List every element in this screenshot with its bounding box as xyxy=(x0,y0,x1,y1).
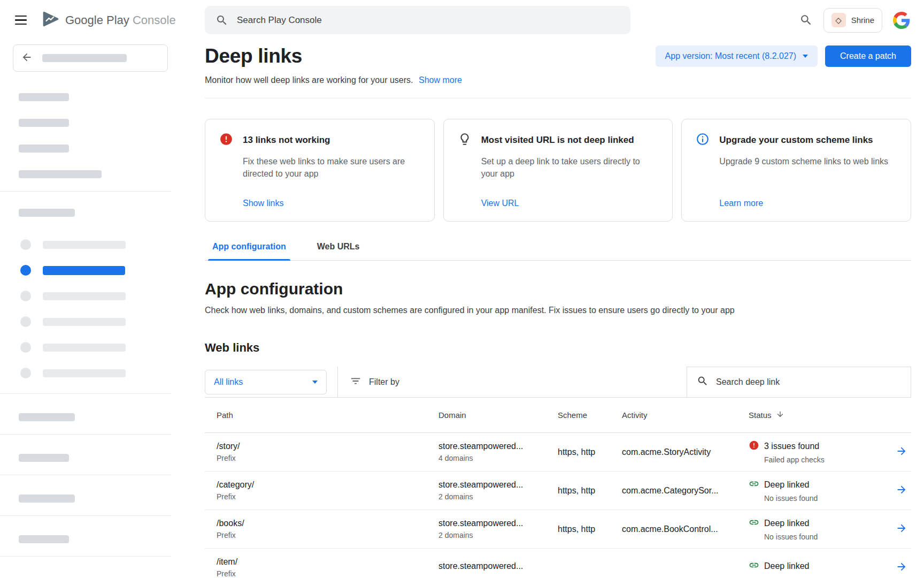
nav-item[interactable] xyxy=(0,368,171,378)
open-row-icon[interactable] xyxy=(896,561,907,575)
page-title: Deep links xyxy=(205,44,302,68)
path-type: Prefix xyxy=(217,492,438,501)
domain-count: 2 domains xyxy=(438,531,558,539)
sidebar-divider xyxy=(0,556,171,557)
path-value: /item/ xyxy=(217,557,438,567)
skeleton-bar xyxy=(43,369,126,377)
show-links-link[interactable]: Show links xyxy=(243,199,420,208)
column-status-label: Status xyxy=(749,410,772,420)
view-url-link[interactable]: View URL xyxy=(481,199,659,208)
nav-item[interactable] xyxy=(0,291,171,301)
show-more-link[interactable]: Show more xyxy=(419,75,462,85)
domain-value: store.steampowered... xyxy=(438,480,558,490)
chevron-down-icon xyxy=(803,55,808,58)
nav-icon-placeholder xyxy=(20,342,31,353)
global-search-input[interactable] xyxy=(237,15,620,26)
filter-by-button[interactable]: Filter by xyxy=(350,375,399,389)
skeleton-bar xyxy=(19,535,69,543)
path-type: Prefix xyxy=(217,531,438,539)
status-value: Deep linked xyxy=(764,480,810,490)
skeleton-group xyxy=(19,93,171,178)
divider xyxy=(205,98,911,98)
nav-item[interactable] xyxy=(0,316,171,327)
skeleton-bar xyxy=(19,170,102,178)
menu-icon[interactable] xyxy=(15,16,27,25)
scheme-value: https, http xyxy=(558,447,622,457)
sidebar-divider xyxy=(0,191,171,192)
deep-link-search[interactable] xyxy=(687,367,911,398)
back-button[interactable] xyxy=(13,44,168,72)
status-detail: No issues found xyxy=(764,494,891,503)
section-description: Check how web links, domains, and custom… xyxy=(205,306,911,315)
table-row[interactable]: /books/Prefix store.steampowered...2 dom… xyxy=(205,510,911,549)
nav-item-selected[interactable] xyxy=(0,265,171,276)
skeleton-bar xyxy=(19,144,69,153)
links-filter-select[interactable]: All links xyxy=(205,370,327,394)
nav-icon-placeholder xyxy=(20,239,31,250)
skeleton-bar xyxy=(43,241,126,249)
nav-icon-placeholder xyxy=(20,316,31,327)
nav-icon-placeholder xyxy=(20,265,31,276)
insight-cards: 13 links not working Fix these web links… xyxy=(205,119,911,222)
skeleton-bar xyxy=(19,413,75,421)
skeleton-bar xyxy=(19,495,75,503)
activity-value: com.acme.BookControl... xyxy=(622,524,749,534)
open-row-icon[interactable] xyxy=(896,484,907,498)
lightbulb-icon xyxy=(458,132,472,148)
nav-item[interactable] xyxy=(0,239,171,250)
topbar-left: Google Play Console xyxy=(0,11,205,29)
table-row[interactable]: /item/Prefix store.steampowered... Deep … xyxy=(205,549,911,578)
global-search[interactable] xyxy=(205,6,630,34)
sidebar-navigation xyxy=(0,40,171,578)
table-header-row: Path Domain Scheme Activity Status xyxy=(205,398,911,433)
table-row[interactable]: /story/Prefix store.steampowered...4 dom… xyxy=(205,433,911,471)
path-value: /books/ xyxy=(217,519,438,528)
column-status[interactable]: Status xyxy=(749,410,891,420)
domain-value: store.steampowered... xyxy=(438,561,558,571)
app-switcher-button[interactable]: ◇ Shrine xyxy=(823,8,882,33)
skeleton-bar xyxy=(19,209,75,217)
card-body: Fix these web links to make sure users a… xyxy=(243,155,420,180)
open-row-icon[interactable] xyxy=(896,445,907,459)
google-account-avatar[interactable] xyxy=(893,12,910,29)
activity-value: com.acme.StoryActivity xyxy=(622,447,749,457)
skeleton-bar xyxy=(19,93,69,101)
column-domain: Domain xyxy=(438,410,558,420)
skeleton-bar xyxy=(19,454,69,462)
tab-web-urls[interactable]: Web URLs xyxy=(310,234,367,260)
card-most-visited-url: Most visited URL is not deep linked Set … xyxy=(443,119,673,222)
link-icon xyxy=(749,560,759,573)
deep-link-search-input[interactable] xyxy=(716,377,901,387)
secondary-search-icon[interactable] xyxy=(799,13,813,27)
nav-icon-placeholder xyxy=(20,368,31,378)
learn-more-link[interactable]: Learn more xyxy=(719,199,897,208)
skeleton-bar xyxy=(43,344,126,352)
page-subtitle: Monitor how well deep links are working … xyxy=(205,75,413,85)
create-patch-button[interactable]: Create a patch xyxy=(825,45,911,67)
filter-by-label: Filter by xyxy=(369,377,399,387)
tab-app-configuration[interactable]: App configuration xyxy=(205,234,294,260)
path-value: /story/ xyxy=(217,442,438,451)
filter-icon xyxy=(350,375,361,389)
play-console-logo[interactable]: Google Play Console xyxy=(42,11,176,29)
main-content: Deep links App version: Most recent (8.2… xyxy=(171,40,924,578)
status-value: Deep linked xyxy=(764,519,810,528)
sidebar-divider xyxy=(0,515,171,516)
status-detail: No issues found xyxy=(764,533,891,541)
path-type: Prefix xyxy=(217,569,438,578)
column-scheme: Scheme xyxy=(558,410,622,420)
search-icon xyxy=(215,14,228,27)
card-links-not-working: 13 links not working Fix these web links… xyxy=(205,119,435,222)
open-row-icon[interactable] xyxy=(896,522,907,536)
play-triangle-icon xyxy=(42,11,60,29)
sidebar-divider xyxy=(0,475,171,475)
nav-item[interactable] xyxy=(0,342,171,353)
table-row[interactable]: /category/Prefix store.steampowered...2 … xyxy=(205,471,911,510)
status-value: Deep linked xyxy=(764,561,810,571)
table-toolbar: All links Filter by xyxy=(205,367,911,398)
app-version-selector[interactable]: App version: Most recent (8.2.027) xyxy=(656,45,818,67)
scheme-value: https, http xyxy=(558,524,622,534)
links-filter-value: All links xyxy=(214,377,243,387)
skeleton-bar xyxy=(43,318,126,326)
web-links-heading: Web links xyxy=(205,341,911,355)
